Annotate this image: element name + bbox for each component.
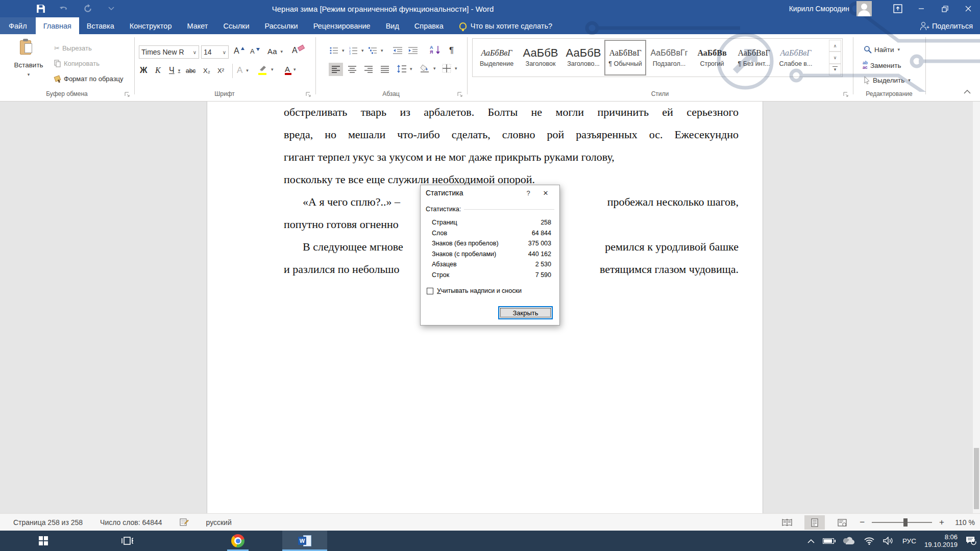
task-view-button[interactable] (115, 531, 140, 551)
paste-dropdown-icon[interactable] (8, 70, 49, 78)
tab-help[interactable]: Справка (407, 17, 451, 34)
tab-view[interactable]: Вид (378, 17, 407, 34)
styles-more-icon[interactable] (829, 64, 841, 76)
style-podzagolovok[interactable]: АаБбВвГг Подзагол... (648, 40, 690, 76)
read-mode-button[interactable] (777, 515, 797, 530)
zoom-slider-thumb[interactable] (903, 518, 908, 527)
font-dialog-launcher[interactable] (305, 91, 311, 97)
vertical-scrollbar[interactable] (973, 102, 980, 513)
dialog-close-icon[interactable]: ✕ (537, 189, 554, 197)
paste-button[interactable]: Вставить (8, 40, 49, 78)
dialog-close-button[interactable]: Закрыть (498, 306, 553, 319)
styles-scroll-up-icon[interactable] (829, 40, 841, 52)
show-formatting-marks-button[interactable]: ¶ (449, 45, 454, 56)
taskbar-word-button[interactable] (282, 531, 327, 551)
underline-button[interactable]: Ч (169, 66, 180, 75)
superscript-button[interactable]: Х² (217, 67, 224, 74)
text-effects-button[interactable]: А (237, 65, 249, 76)
multilevel-list-button[interactable] (369, 46, 383, 55)
numbering-button[interactable]: 123 (349, 46, 364, 55)
cut-button[interactable]: ✂ Вырезать (54, 44, 92, 52)
tab-layout[interactable]: Макет (179, 17, 215, 34)
font-size-combobox[interactable]: 14 ∨ (201, 45, 229, 59)
start-button[interactable] (31, 531, 56, 551)
decrease-indent-button[interactable] (393, 46, 402, 55)
web-layout-button[interactable] (832, 515, 852, 530)
tab-file[interactable]: Файл (0, 17, 36, 34)
zoom-in-button[interactable]: + (939, 517, 944, 528)
style-zagolovok2[interactable]: АаБбВ Заголово... (562, 40, 604, 76)
line-spacing-button[interactable] (397, 65, 412, 73)
shading-button[interactable] (420, 64, 436, 73)
word-count[interactable]: Число слов: 64844 (100, 518, 162, 527)
tab-home[interactable]: Главная (36, 17, 79, 34)
account-user-name[interactable]: Кирилл Смородин (789, 5, 849, 13)
zoom-slider[interactable] (872, 522, 932, 523)
style-bez-intervala[interactable]: АаБбВвГ ¶ Без инт... (733, 40, 775, 76)
highlight-color-button[interactable] (258, 65, 274, 74)
format-painter-button[interactable]: Формат по образцу (54, 75, 124, 83)
italic-button[interactable]: К (155, 66, 161, 75)
strikethrough-button[interactable]: abc (186, 67, 195, 74)
style-vydelenie[interactable]: АаБбВвГ Выделение (476, 40, 518, 76)
dialog-help-button[interactable]: ? (520, 189, 537, 197)
justify-button[interactable] (378, 63, 392, 76)
share-button[interactable]: + Поделиться (920, 17, 973, 34)
dialog-titlebar[interactable]: Статистика ? ✕ (421, 185, 559, 201)
increase-indent-button[interactable] (408, 46, 418, 55)
bold-button[interactable]: Ж (140, 66, 147, 75)
shrink-font-button[interactable]: А (250, 47, 260, 55)
tab-design[interactable]: Конструктор (122, 17, 180, 34)
taskbar-chrome-button[interactable] (226, 531, 250, 551)
style-strogij[interactable]: АаБбВв Строгий (691, 40, 733, 76)
battery-icon[interactable] (823, 538, 834, 544)
grow-font-button[interactable]: А (234, 46, 244, 56)
document-canvas[interactable]: обстреливать тварь из арбалетов. Болты н… (0, 102, 980, 513)
print-layout-button[interactable] (804, 515, 825, 530)
show-hidden-icons-chevron[interactable] (807, 539, 815, 543)
page-indicator[interactable]: Страница 258 из 258 (13, 518, 83, 527)
subscript-button[interactable]: Х₂ (203, 67, 210, 74)
align-center-button[interactable] (345, 63, 359, 76)
clipboard-dialog-launcher[interactable] (124, 91, 130, 97)
tab-references[interactable]: Ссылки (216, 17, 257, 34)
avatar[interactable] (856, 1, 872, 16)
onedrive-icon[interactable] (842, 537, 855, 545)
paragraph-dialog-launcher[interactable] (457, 91, 463, 97)
zoom-out-button[interactable]: − (860, 517, 865, 528)
action-center-icon[interactable] (966, 536, 977, 546)
zoom-level[interactable]: 110 % (951, 518, 975, 527)
ribbon-display-options-icon[interactable] (886, 0, 910, 17)
restore-button[interactable] (933, 0, 957, 17)
sort-button[interactable]: А Я (430, 45, 440, 55)
find-button[interactable]: Найти (864, 45, 900, 54)
volume-icon[interactable] (883, 537, 894, 545)
borders-button[interactable] (442, 64, 457, 73)
tab-mailings[interactable]: Рассылки (257, 17, 306, 34)
clear-formatting-button[interactable]: А (292, 46, 304, 55)
font-name-combobox[interactable]: Times New R ∨ (139, 45, 199, 59)
bullets-button[interactable] (330, 46, 345, 55)
align-right-button[interactable] (361, 63, 376, 76)
include-textboxes-checkbox[interactable] (427, 288, 433, 294)
replace-button[interactable]: abac Заменить (863, 61, 901, 70)
copy-button[interactable]: Копировать (54, 60, 100, 67)
select-button[interactable]: Выделить (864, 76, 911, 84)
style-normal-selected[interactable]: АаБбВвГ ¶ Обычный (604, 40, 646, 76)
scrollbar-thumb[interactable] (974, 448, 979, 509)
font-color-button[interactable]: А (285, 65, 296, 73)
clock[interactable]: 8:06 19.10.2019 (924, 533, 958, 548)
collapse-ribbon-icon[interactable] (964, 89, 971, 94)
change-case-button[interactable]: Аа (267, 47, 283, 56)
keyboard-language-indicator[interactable]: РУС (902, 537, 916, 545)
minimize-button[interactable] (910, 0, 933, 17)
align-left-button[interactable] (329, 63, 343, 76)
styles-scroll-down-icon[interactable] (829, 52, 841, 63)
style-slaboe-vydelenie[interactable]: АаБбВвГ Слабое в... (775, 40, 817, 76)
tab-review[interactable]: Рецензирование (306, 17, 378, 34)
language-indicator[interactable]: русский (206, 518, 232, 527)
tab-insert[interactable]: Вставка (79, 17, 122, 34)
style-zagolovok[interactable]: АаБбВ Заголовок (520, 40, 561, 76)
proofing-status-icon[interactable] (180, 518, 189, 527)
tell-me-box[interactable]: Что вы хотите сделать? (459, 17, 552, 34)
